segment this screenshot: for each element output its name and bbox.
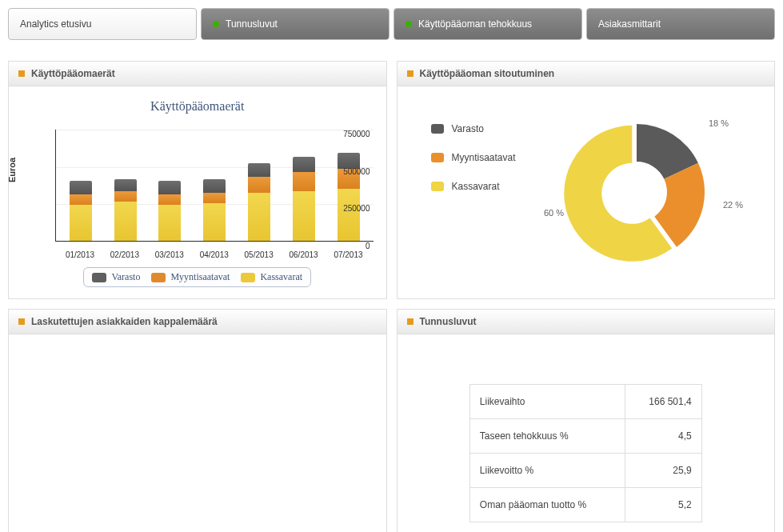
- kpi-value: 4,5: [625, 419, 701, 454]
- swatch-icon: [431, 182, 444, 191]
- x-tick: 01/2013: [60, 250, 100, 259]
- card-title: Tunnusluvut: [420, 316, 477, 327]
- tab-label: Käyttöpääoman tehokkuus: [418, 18, 532, 30]
- card-kayttopaaomaerat: Käyttöpääomaerät Käyttöpääomaerät Euroa …: [8, 61, 387, 299]
- card-tunnusluvut: Tunnusluvut Liikevaihto166 501,4Taseen t…: [397, 309, 776, 532]
- table-row: Liikevaihto166 501,4: [469, 385, 701, 419]
- bar-segment: [203, 203, 226, 241]
- card-title: Käyttöpääoman sitoutuminen: [420, 68, 555, 79]
- card-header: Tunnusluvut: [397, 310, 775, 334]
- donut-pct-label: 60 %: [544, 208, 564, 218]
- legend-label: Kassavarat: [452, 181, 500, 192]
- card-laskutettujen: Laskutettujen asiakkaiden kappalemäärä: [8, 309, 387, 532]
- x-tick: 06/2013: [284, 250, 324, 259]
- tab-label: Analytics etusivu: [20, 18, 91, 30]
- legend-item-myyntisaatavat: Myyntisaatavat: [151, 271, 230, 283]
- bullet-icon: [18, 318, 25, 325]
- legend-item-kassavarat: Kassavarat: [431, 181, 516, 192]
- legend-item-myyntisaatavat: Myyntisaatavat: [431, 152, 516, 163]
- bar-segment: [248, 193, 270, 241]
- donut-slice: [654, 163, 705, 247]
- bar-segment: [293, 157, 315, 172]
- card-title: Laskutettujen asiakkaiden kappalemäärä: [31, 316, 218, 327]
- legend-label: Myyntisaatavat: [452, 152, 516, 163]
- card-body: Käyttöpääomaerät Euroa 02500005000007500…: [9, 86, 386, 298]
- card-body: Liikevaihto166 501,4Taseen tehokkuus %4,…: [397, 334, 775, 532]
- card-header: Käyttöpääomaerät: [9, 62, 386, 86]
- legend-label: Myyntisaatavat: [170, 271, 230, 283]
- bar-segment: [338, 189, 360, 241]
- bar-segment: [70, 205, 92, 241]
- legend-label: Varasto: [111, 271, 140, 283]
- legend-item-varasto: Varasto: [431, 123, 516, 134]
- swatch-icon: [241, 273, 255, 282]
- chart-title: Käyttöpääomaerät: [18, 99, 377, 114]
- kpi-table: Liikevaihto166 501,4Taseen tehokkuus %4,…: [469, 384, 702, 522]
- bar-segment: [158, 205, 181, 241]
- x-tick: 04/2013: [194, 250, 234, 259]
- dashboard-grid: Käyttöpääomaerät Käyttöpääomaerät Euroa …: [8, 61, 775, 532]
- swatch-icon: [431, 124, 444, 134]
- bar-segment: [158, 194, 181, 205]
- bar-segment: [114, 179, 137, 191]
- y-tick: 250000: [343, 204, 370, 213]
- bullet-icon: [18, 70, 25, 77]
- bar-segment: [158, 181, 181, 194]
- swatch-icon: [92, 273, 106, 282]
- tab-tunnusluvut[interactable]: Tunnusluvut: [201, 8, 390, 40]
- x-tick: 03/2013: [150, 250, 190, 259]
- table-row: Liikevoitto %25,9: [469, 454, 701, 488]
- kpi-value: 25,9: [625, 454, 701, 488]
- tab-label: Tunnusluvut: [226, 18, 278, 30]
- donut-chart: 18 %22 %60 %: [549, 112, 757, 272]
- y-tick: 500000: [343, 166, 370, 175]
- legend-item-kassavarat: Kassavarat: [241, 271, 302, 283]
- tab-analytics-etusivu[interactable]: Analytics etusivu: [8, 8, 197, 40]
- bar-chart: Euroa 025000050000075000001/201302/20130…: [18, 118, 377, 262]
- bar-segment: [248, 177, 270, 194]
- bar-segment: [114, 191, 137, 202]
- card-header: Käyttöpääoman sitoutuminen: [397, 62, 775, 86]
- y-tick: 0: [366, 242, 370, 250]
- kpi-label: Oman pääoman tuotto %: [469, 488, 625, 522]
- x-tick: 07/2013: [329, 250, 369, 259]
- donut-pct-label: 18 %: [709, 118, 729, 128]
- legend-label: Varasto: [452, 123, 484, 134]
- kpi-label: Taseen tehokkuus %: [469, 419, 625, 454]
- bar-segment: [70, 194, 92, 205]
- tab-label: Asiakasmittarit: [598, 18, 661, 30]
- kpi-value: 5,2: [625, 488, 701, 522]
- card-body: [9, 334, 386, 510]
- y-axis-label: Euroa: [7, 158, 17, 182]
- kpi-label: Liikevoitto %: [469, 454, 625, 488]
- bullet-icon: [407, 70, 413, 77]
- card-sitoutuminen: Käyttöpääoman sitoutuminen Varasto Myynt…: [397, 61, 776, 299]
- bar-segment: [70, 181, 92, 194]
- tab-asiakasmittarit[interactable]: Asiakasmittarit: [586, 8, 775, 40]
- donut-legend: Varasto Myyntisaatavat Kassavarat: [407, 112, 516, 192]
- table-row: Taseen tehokkuus %4,5: [469, 419, 701, 454]
- swatch-icon: [431, 153, 444, 162]
- status-dot-icon: [405, 21, 412, 27]
- bullet-icon: [407, 318, 413, 325]
- bar-segment: [248, 163, 270, 177]
- bar-segment: [203, 193, 226, 203]
- y-tick: 750000: [343, 130, 370, 138]
- card-header: Laskutettujen asiakkaiden kappalemäärä: [9, 310, 386, 334]
- bar-segment: [203, 179, 226, 193]
- card-body: Varasto Myyntisaatavat Kassavarat 18 %22…: [397, 86, 775, 282]
- tab-bar: Analytics etusivu Tunnusluvut Käyttöpääo…: [8, 8, 775, 40]
- legend-label: Kassavarat: [260, 271, 302, 283]
- kpi-label: Liikevaihto: [469, 385, 625, 419]
- status-dot-icon: [213, 21, 219, 27]
- x-tick: 05/2013: [239, 250, 279, 259]
- kpi-value: 166 501,4: [625, 385, 701, 419]
- bar-segment: [293, 191, 315, 241]
- tab-kayttopaaoman-tehokkuus[interactable]: Käyttöpääoman tehokkuus: [393, 8, 582, 40]
- table-row: Oman pääoman tuotto %5,2: [469, 488, 701, 522]
- donut-area: Varasto Myyntisaatavat Kassavarat 18 %22…: [407, 96, 765, 272]
- swatch-icon: [151, 273, 166, 282]
- card-title: Käyttöpääomaerät: [31, 68, 115, 79]
- x-tick: 02/2013: [105, 250, 145, 259]
- bar-segment: [293, 172, 315, 191]
